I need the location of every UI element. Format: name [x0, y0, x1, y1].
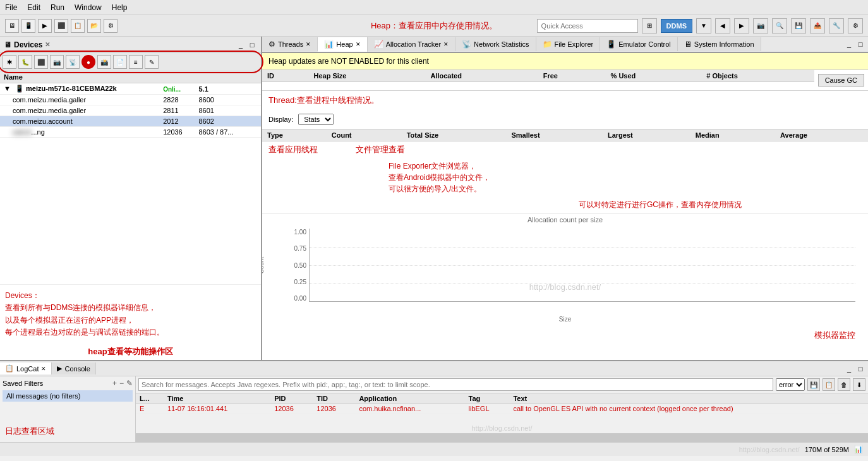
stats-select[interactable]: Stats — [298, 114, 334, 125]
toolbar-btn-3[interactable]: ▶ — [734, 18, 749, 33]
thread-view-annotation: 查看应用线程 — [268, 144, 318, 155]
network-icon: 📡 — [462, 40, 471, 49]
toolbar-grid-icon[interactable]: ⊞ — [642, 18, 657, 33]
heap-ops-annotation: heap查看等功能操作区 — [0, 344, 261, 360]
devices-list[interactable]: Name ▼ 📱 meizu-m571c-81CEBMA22k Onli... … — [0, 71, 261, 284]
col-app: Application — [355, 393, 464, 404]
toolbar-btn-1[interactable]: ▼ — [696, 18, 711, 33]
logcat-icon: 📋 — [5, 364, 14, 373]
alloc-col-type: Type — [262, 129, 327, 141]
toolbar-icon-4[interactable]: ⬛ — [54, 19, 68, 33]
menu-run[interactable]: Run — [51, 3, 64, 12]
edit-filter-btn[interactable]: ✎ — [126, 379, 133, 388]
menu-help[interactable]: Help — [112, 3, 128, 12]
dev-btn-camera[interactable]: 📸 — [97, 55, 111, 69]
right-panel: ⚙ Threads ✕ 📊 Heap ✕ 📈 Allocation Tracke… — [262, 37, 868, 360]
table-row[interactable]: com.k...ng 12036 8603 / 87... — [0, 127, 261, 138]
log-scrollbar-x[interactable] — [136, 433, 868, 442]
toolbar-btn-8[interactable]: 🔧 — [829, 18, 844, 33]
tab-heap-close[interactable]: ✕ — [356, 41, 361, 47]
tab-allocation-close[interactable]: ✕ — [443, 41, 449, 47]
log-search-input[interactable] — [138, 378, 773, 391]
toolbar-btn-7[interactable]: 📤 — [810, 18, 825, 33]
tab-logcat[interactable]: 📋 LogCat ✕ — [0, 362, 52, 374]
tab-emulator[interactable]: 📱 Emulator Control — [600, 37, 678, 51]
dev-btn-edit[interactable]: ✎ — [145, 55, 159, 69]
dev-btn-debug[interactable]: 🐛 — [18, 55, 32, 69]
toolbar-icon-2[interactable]: 📱 — [21, 19, 35, 33]
toolbar-icon-6[interactable]: 📂 — [87, 19, 101, 33]
quick-access-input[interactable] — [537, 19, 638, 33]
toolbar-icon-3[interactable]: ▶ — [38, 19, 52, 33]
logcat-maximize-btn[interactable]: □ — [855, 364, 865, 374]
logcat-minimize-btn[interactable]: _ — [844, 364, 854, 374]
cause-gc-button[interactable]: Cause GC — [818, 74, 864, 87]
sysinfo-icon: 🖥 — [684, 40, 692, 49]
menu-window[interactable]: Window — [75, 3, 102, 12]
col-tag: Tag — [465, 393, 510, 404]
devices-close-icon[interactable]: ✕ — [45, 41, 50, 48]
toolbar-btn-5[interactable]: 🔍 — [772, 18, 787, 33]
log-clear-btn[interactable]: 🗑 — [838, 378, 850, 391]
chart-watermark: http://blog.csdn.net/ — [529, 282, 601, 292]
col-empty3 — [251, 71, 261, 83]
right-maximize-btn[interactable]: □ — [855, 39, 865, 49]
log-level-select[interactable]: error — [776, 378, 805, 391]
tab-file[interactable]: 📁 File Explorer — [536, 37, 601, 51]
table-row[interactable]: E 11-07 16:16:01.441 12036 12036 com.hui… — [136, 404, 868, 414]
chart-section: http://blog.csdn.net/ Allocation count p… — [262, 213, 868, 360]
toolbar-icon-7[interactable]: ⚙ — [104, 19, 118, 33]
remove-filter-btn[interactable]: − — [119, 379, 124, 388]
process-col2: 8601 — [195, 105, 251, 116]
log-copy-btn[interactable]: 📋 — [823, 378, 835, 391]
alloc-col-total: Total Size — [402, 129, 507, 141]
device-status: Onli... — [159, 83, 195, 95]
all-messages-filter[interactable]: All messages (no filters) — [3, 390, 133, 402]
dev-btn-stop-red[interactable]: ● — [81, 55, 95, 69]
heap-id-table: ID Heap Size Allocated Free % Used # Obj… — [262, 70, 814, 90]
blurred-name: com.k — [13, 128, 31, 136]
toolbar-btn-2[interactable]: ◀ — [715, 18, 730, 33]
log-toolbar: error 💾 📋 🗑 ⬇ — [136, 376, 868, 393]
table-row[interactable]: com.meizu.account 2012 8602 — [0, 116, 261, 127]
table-row[interactable]: ▼ 📱 meizu-m571c-81CEBMA22k Onli... 5.1 — [0, 83, 261, 95]
dev-btn-network[interactable]: 📡 — [66, 55, 80, 69]
tab-heap[interactable]: 📊 Heap ✕ — [318, 37, 367, 52]
devices-panel-header: 🖥 Devices ✕ _ □ — [0, 37, 261, 53]
col-time: Time — [164, 393, 270, 404]
table-row[interactable]: com.meizu.media.galler 2828 8600 — [0, 95, 261, 105]
grid-line-1 — [310, 247, 855, 248]
menu-file[interactable]: File — [5, 3, 17, 12]
status-icon-1: 📊 — [854, 445, 863, 453]
toolbar-icon-5[interactable]: 📋 — [71, 19, 85, 33]
devices-maximize-btn[interactable]: □ — [247, 40, 257, 50]
gc-annotation: 可以对特定进行进行GC操作，查看内存使用情况 — [262, 197, 868, 213]
dev-btn-stop[interactable]: ⬛ — [34, 55, 48, 69]
logcat-close-icon[interactable]: ✕ — [41, 366, 46, 372]
toolbar-btn-9[interactable]: ⚙ — [848, 18, 863, 33]
dev-btn-bars[interactable]: ≡ — [129, 55, 143, 69]
dev-btn-file[interactable]: 📄 — [113, 55, 127, 69]
tab-console[interactable]: ▶ Console — [52, 362, 95, 374]
dev-btn-screenshot[interactable]: 📷 — [50, 55, 64, 69]
toolbar-btn-6[interactable]: 💾 — [791, 18, 806, 33]
right-minimize-btn[interactable]: _ — [844, 39, 854, 49]
toolbar-btn-4[interactable]: 📷 — [753, 18, 768, 33]
menu-edit[interactable]: Edit — [27, 3, 40, 12]
saved-filters-header: Saved Filters + − ✎ — [3, 379, 133, 388]
log-scroll-btn[interactable]: ⬇ — [853, 378, 865, 391]
display-label: Display: — [268, 116, 293, 123]
tab-allocation[interactable]: 📈 Allocation Tracker ✕ — [368, 37, 455, 51]
table-row[interactable]: com.meizu.media.galler 2811 8601 — [0, 105, 261, 116]
ddms-badge[interactable]: DDMS — [661, 19, 692, 33]
tab-threads[interactable]: ⚙ Threads ✕ — [262, 37, 318, 51]
dev-btn-refresh[interactable]: ✱ — [3, 55, 16, 69]
tab-sysinfo[interactable]: 🖥 System Information — [678, 37, 761, 51]
tab-threads-close[interactable]: ✕ — [306, 41, 311, 47]
toolbar-icon-1[interactable]: 🖥 — [5, 19, 19, 33]
devices-minimize-btn[interactable]: _ — [236, 40, 246, 50]
file-exporter-annotation: File Exporler文件浏览器， 查看Android模拟器中的文件， 可以… — [262, 158, 868, 197]
add-filter-btn[interactable]: + — [112, 379, 117, 388]
tab-network[interactable]: 📡 Network Statistics — [455, 37, 536, 51]
log-save-btn[interactable]: 💾 — [807, 378, 820, 391]
